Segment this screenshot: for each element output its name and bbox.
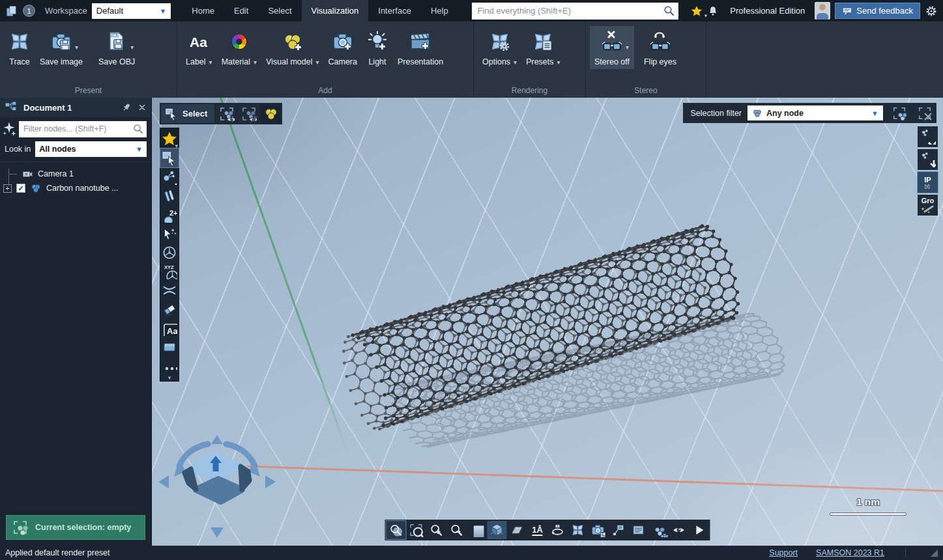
support-link[interactable]: Support [769, 548, 798, 557]
menubar: Home Edit Select Visualization Interface… [182, 0, 457, 21]
tree-row-nanotube[interactable]: + ✓ Carbon nanotube ... [0, 181, 151, 195]
presentation-button[interactable]: Presentation [393, 26, 448, 69]
more-tools-button[interactable] [160, 356, 179, 375]
render-selection-button[interactable]: ▾ [649, 521, 669, 539]
selection-brackets-icon [12, 520, 28, 535]
chevron-down-icon[interactable] [315, 57, 319, 66]
settings-gear-icon[interactable] [925, 5, 938, 18]
move-tool-button[interactable] [160, 224, 179, 243]
gromacs-wizard-button[interactable]: Gro [918, 195, 938, 216]
workspace-dropdown[interactable]: Default [92, 3, 171, 19]
chevron-down-icon[interactable] [254, 57, 257, 66]
filter-nodes-input[interactable] [23, 124, 132, 133]
tree-row-camera[interactable]: Camera 1 [0, 167, 151, 181]
visibility-checkbox[interactable]: ✓ [16, 184, 25, 193]
units-angstrom-button[interactable]: 1Å [528, 521, 547, 539]
label-tool-button[interactable]: Aa [160, 318, 179, 337]
viewport-3d[interactable]: Select ▾ 2+ XYZ Aa [152, 98, 943, 546]
favorites-star-icon[interactable]: ▾ [691, 5, 703, 17]
save-obj-button[interactable]: OBJ Save OBJ [94, 26, 139, 69]
trace-preview-button[interactable] [568, 521, 588, 539]
chevron-down-icon[interactable] [75, 40, 78, 52]
visibility-button[interactable] [669, 521, 689, 539]
select-tool-button[interactable] [160, 148, 179, 167]
notifications-bell-icon[interactable] [707, 5, 719, 17]
render-presets-button[interactable]: Presets [521, 26, 564, 69]
nanotube-node-label[interactable]: Carbon nanotube ... [46, 184, 119, 193]
save-image-button[interactable]: Save image [35, 26, 87, 69]
bond-tool-button[interactable] [160, 186, 179, 205]
flip-eyes-button[interactable]: Flip eyes [639, 26, 681, 69]
current-selection-badge[interactable]: Current selection: empty [6, 515, 145, 540]
menu-select[interactable]: Select [258, 0, 301, 21]
menu-help[interactable]: Help [421, 0, 458, 21]
play-simulation-button[interactable] [689, 521, 709, 539]
stereo-off-button[interactable]: Stereo off [590, 26, 634, 69]
chevron-down-icon[interactable] [130, 40, 134, 52]
search-icon[interactable] [663, 5, 675, 17]
twister-xyz-tool-button[interactable]: XYZ [160, 262, 179, 281]
pin-icon[interactable] [121, 102, 132, 113]
favorites-button[interactable]: ▾ [160, 128, 179, 148]
send-feedback-button[interactable]: Send feedback [835, 3, 920, 19]
highlight-selection-button[interactable] [216, 104, 237, 123]
zoom-region-button[interactable] [386, 521, 406, 539]
orientation-cube-button[interactable] [487, 521, 507, 539]
ruler-tool-button[interactable] [160, 337, 179, 356]
save-view-button[interactable] [588, 521, 608, 539]
annotation-button[interactable] [609, 521, 628, 539]
background-button[interactable] [467, 521, 487, 539]
select-editor-button[interactable]: Select [161, 104, 214, 123]
add-atoms-tool-button[interactable] [160, 167, 179, 186]
zoom-selection-button[interactable] [407, 521, 426, 539]
select-all-filtered-button[interactable] [890, 104, 908, 122]
camera-button[interactable]: Camera [324, 26, 362, 69]
charge-tool-button[interactable]: 2+ [160, 205, 179, 224]
close-icon[interactable] [138, 103, 147, 112]
grid-button[interactable] [508, 521, 527, 539]
chevron-down-icon[interactable] [557, 57, 560, 66]
document-count-badge[interactable]: 1 [23, 5, 35, 17]
console-panel-button[interactable] [629, 521, 648, 539]
camera-orbit-button[interactable] [548, 521, 568, 539]
trace-button[interactable]: Trace [4, 26, 35, 69]
palette-expand-caret[interactable] [160, 375, 179, 381]
hide-selection-button[interactable] [239, 104, 259, 123]
clear-selection-button[interactable] [915, 104, 934, 122]
label-button[interactable]: Aa Label [181, 26, 217, 69]
light-button[interactable]: Light [362, 26, 393, 69]
menu-interface[interactable]: Interface [368, 0, 421, 21]
menu-visualization[interactable]: Visualization [302, 0, 369, 21]
chevron-down-icon[interactable] [626, 40, 629, 52]
user-avatar[interactable] [815, 2, 830, 20]
material-label: Material [222, 57, 250, 66]
look-in-dropdown[interactable]: All nodes [35, 141, 147, 157]
zoom-out-button[interactable] [447, 521, 467, 539]
search-icon[interactable] [132, 123, 144, 135]
version-link[interactable]: SAMSON 2023 R1 [816, 548, 884, 557]
zoom-in-button[interactable] [427, 521, 446, 539]
search-input[interactable] [478, 6, 663, 16]
chevron-down-icon[interactable] [514, 57, 517, 66]
chevron-down-icon[interactable] [209, 57, 212, 66]
twist-tool-button[interactable] [160, 281, 179, 300]
visual-model-button[interactable]: Visual model [261, 26, 323, 69]
download-structure-button[interactable] [918, 149, 938, 170]
menu-edit[interactable]: Edit [224, 0, 258, 21]
selection-filter-dropdown[interactable]: Any node [747, 105, 883, 120]
magic-sparkle-icon[interactable] [1, 120, 17, 137]
add-visual-model-button[interactable] [261, 104, 281, 123]
material-button[interactable]: Material [217, 26, 262, 69]
eraser-tool-button[interactable] [160, 300, 179, 318]
scene-canvas[interactable] [152, 98, 943, 546]
render-options-button[interactable]: Options [478, 26, 521, 69]
panel-lines-icon [631, 523, 646, 537]
documents-icon[interactable] [5, 5, 18, 18]
camera-node-label[interactable]: Camera 1 [38, 169, 74, 178]
expand-plus-icon[interactable]: + [3, 184, 12, 193]
resize-grip[interactable] [931, 550, 938, 557]
twister-tool-button[interactable] [160, 243, 179, 262]
check-structure-button[interactable] [918, 126, 938, 147]
ipython-console-button[interactable]: IP[y]: [918, 172, 938, 193]
menu-home[interactable]: Home [182, 0, 224, 21]
